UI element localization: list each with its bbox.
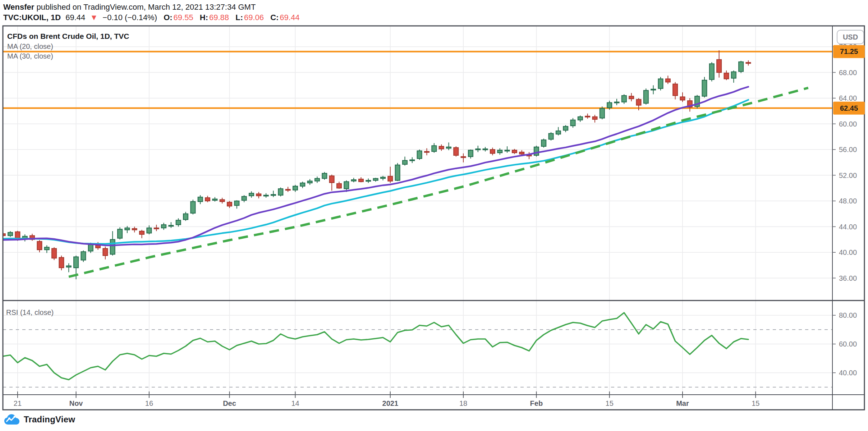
candle-body: [666, 79, 670, 82]
byline-rest: published on TradingView.com, March 12, …: [34, 3, 256, 12]
candle-body: [176, 220, 181, 225]
candle-body: [541, 140, 546, 146]
candle-body: [81, 252, 86, 260]
candle-body: [637, 100, 641, 105]
price-tick-label: 64.00: [839, 94, 857, 102]
candle-body: [96, 245, 100, 248]
chart-canvas[interactable]: CFDs on Brent Crude Oil, 1D, TVCMA (20, …: [0, 0, 868, 431]
candle-body: [293, 186, 298, 190]
candle-body: [497, 150, 502, 153]
symbol-ohlc-row: TVC:UKOIL, 1D 69.44 ▼ −0.10 (−0.14%) O:6…: [3, 13, 299, 22]
candle-body: [629, 96, 634, 99]
candle-body: [271, 194, 276, 196]
candle-body: [300, 183, 305, 186]
rsi-tick-label: 60.00: [839, 340, 857, 348]
candle-body: [227, 202, 232, 206]
candle-body: [505, 150, 510, 151]
candle-body: [658, 79, 663, 88]
candle-body: [512, 150, 517, 153]
candle-body: [600, 109, 605, 118]
price-tick-label: 40.00: [839, 248, 857, 256]
tradingview-logo[interactable]: TradingView: [4, 413, 75, 425]
price-tick-label: 56.00: [839, 146, 857, 153]
candle-body: [322, 173, 327, 178]
candle-body: [410, 160, 414, 161]
low-label: L:: [235, 13, 243, 22]
candle-body: [330, 176, 334, 183]
candle-body: [673, 84, 678, 96]
level-price-label: 62.45: [840, 104, 858, 112]
symbol-name: TVC:UKOIL, 1D: [3, 13, 61, 22]
candle-body: [37, 242, 42, 250]
rsi-layer: [3, 313, 748, 380]
candle-body: [644, 91, 648, 104]
candle-body: [388, 176, 392, 181]
candle-body: [483, 149, 488, 150]
time-tick-label: 14: [291, 399, 299, 407]
candle-body: [183, 214, 188, 220]
rsi-tick-label: 40.00: [839, 369, 857, 377]
candle-body: [563, 127, 568, 130]
time-tick-label: Feb: [530, 399, 543, 407]
close-label: C:: [270, 13, 279, 22]
candle-body: [278, 189, 283, 195]
candle-body: [308, 181, 312, 183]
price-tick-label: 68.00: [839, 69, 857, 77]
candle-body: [256, 194, 261, 196]
candle-body: [549, 133, 554, 139]
axes-layer[interactable]: 72.0068.0064.0060.0056.0052.0048.0044.00…: [14, 30, 865, 407]
rsi-tick-label: 80.00: [839, 311, 857, 319]
candle-body: [373, 178, 378, 180]
chart-legend-title: CFDs on Brent Crude Oil, 1D, TVC: [7, 32, 129, 40]
candle-body: [59, 257, 64, 268]
candle-body: [249, 193, 254, 196]
candle-body: [717, 60, 721, 73]
candle-body: [395, 165, 400, 180]
time-tick-label: 21: [14, 399, 22, 407]
price-tick-label: 48.00: [839, 197, 857, 205]
candle-body: [651, 89, 656, 90]
ma-20-line: [3, 87, 748, 245]
candle-body: [110, 239, 115, 254]
candle-body: [220, 200, 225, 201]
price-tick-label: 60.00: [839, 120, 857, 128]
candle-body: [154, 228, 159, 229]
candle-body: [534, 147, 539, 155]
candle-body: [731, 72, 736, 78]
author-name: Wensfer: [3, 3, 34, 12]
ma30-legend: MA (30, close): [7, 52, 53, 60]
time-tick-label: 18: [459, 399, 467, 407]
last-price: 69.44: [65, 13, 85, 22]
low-value: 69.06: [244, 13, 264, 22]
candle-body: [74, 257, 78, 268]
price-tick-label: 36.00: [839, 274, 857, 282]
ma-layer: [3, 87, 748, 245]
candle-body: [519, 152, 524, 154]
candle-body: [724, 73, 729, 79]
candle-body: [352, 180, 356, 181]
candle-body: [578, 117, 583, 120]
candle-body: [381, 177, 385, 179]
ma-30-line: [3, 100, 748, 244]
published-chart-page: Wensfer published on TradingView.com, Ma…: [0, 0, 868, 431]
candle-body: [161, 225, 166, 228]
candle-body: [88, 245, 93, 251]
candle-body: [607, 103, 612, 108]
candle-body: [132, 229, 137, 230]
candle-body: [344, 182, 349, 189]
tradingview-logo-text: TradingView: [24, 414, 75, 425]
candle-body: [739, 62, 743, 72]
candle-body: [337, 184, 341, 188]
chart-outer-border: [3, 26, 864, 410]
candle-body: [615, 102, 619, 103]
time-tick-label: 2021: [382, 399, 399, 407]
candle-body: [432, 146, 436, 151]
candle-body: [403, 160, 407, 164]
tradingview-cloud-icon: [4, 413, 20, 425]
candle-body: [125, 228, 129, 230]
candle-body: [556, 131, 561, 134]
candle-body: [476, 149, 480, 150]
candle-body: [66, 266, 71, 267]
down-arrow-icon: ▼: [90, 13, 98, 22]
candle-body: [454, 148, 458, 155]
